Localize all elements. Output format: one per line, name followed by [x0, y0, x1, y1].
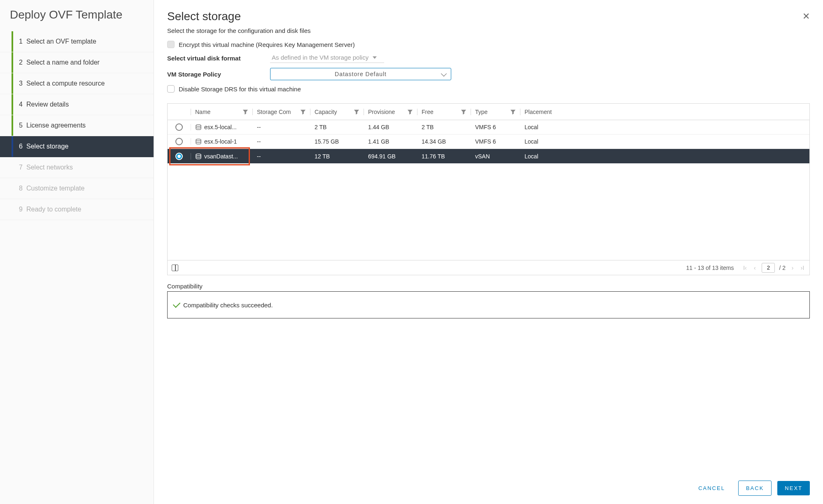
step-label: Review details	[24, 101, 147, 108]
compatibility-text: Compatibility checks succeeded.	[183, 302, 273, 309]
col-placement[interactable]: Placement	[520, 109, 809, 115]
datastore-table: Name Storage Com Capacity Provisione Fre…	[167, 103, 810, 275]
cell-free: 11.76 TB	[417, 153, 471, 160]
cell-capacity: 2 TB	[310, 124, 364, 130]
cell-type: VMFS 6	[471, 138, 520, 145]
step-license-agreements[interactable]: 5 License agreements	[0, 115, 154, 136]
col-name[interactable]: Name	[191, 109, 252, 115]
step-select-ovf-template[interactable]: 1 Select an OVF template	[0, 31, 154, 52]
table-row[interactable]: esx.5-local... -- 2 TB 1.44 GB 2 TB VMFS…	[168, 120, 809, 135]
datastore-icon	[195, 139, 202, 144]
col-type[interactable]: Type	[471, 109, 520, 115]
pagination-range: 11 - 13 of 13 items	[686, 265, 734, 271]
step-customize-template: 8 Customize template	[0, 178, 154, 199]
step-number: 7	[12, 164, 24, 171]
step-label: Select an OVF template	[24, 38, 147, 45]
wizard-title: Deploy OVF Template	[0, 0, 154, 31]
step-review-details[interactable]: 4 Review details	[0, 94, 154, 115]
storage-policy-select[interactable]: Datastore Default	[270, 68, 451, 80]
filter-icon[interactable]	[354, 109, 359, 115]
svg-point-0	[196, 125, 201, 126]
cell-storage-compat: --	[252, 124, 310, 130]
row-radio[interactable]	[175, 123, 183, 131]
cell-free: 2 TB	[417, 124, 471, 130]
cell-storage-compat: --	[252, 138, 310, 145]
step-number: 6	[12, 143, 24, 150]
next-button[interactable]: NEXT	[777, 481, 810, 495]
disable-drs-row[interactable]: Disable Storage DRS for this virtual mac…	[167, 85, 810, 93]
cell-type: vSAN	[471, 153, 520, 160]
wizard-main: Select storage ✕ Select the storage for …	[154, 0, 823, 504]
page-next-button[interactable]: ›	[790, 265, 795, 271]
table-empty-area	[168, 163, 809, 260]
step-number: 1	[12, 38, 24, 45]
filter-icon[interactable]	[242, 109, 248, 115]
encrypt-row: Encrypt this virtual machine (Requires K…	[167, 41, 810, 48]
compatibility-box: Compatibility checks succeeded.	[167, 291, 810, 318]
page-title: Select storage	[167, 10, 241, 23]
wizard-steps: 1 Select an OVF template 2 Select a name…	[0, 31, 154, 220]
step-select-name-folder[interactable]: 2 Select a name and folder	[0, 52, 154, 73]
storage-policy-row: VM Storage Policy Datastore Default	[167, 68, 810, 80]
cancel-button[interactable]: CANCEL	[691, 481, 732, 495]
col-provisioned[interactable]: Provisione	[364, 109, 417, 115]
step-number: 9	[12, 206, 24, 213]
compatibility-label: Compatibility	[167, 283, 810, 290]
filter-icon[interactable]	[300, 109, 306, 115]
row-radio[interactable]	[175, 153, 183, 160]
step-select-networks: 7 Select networks	[0, 157, 154, 178]
step-number: 4	[12, 101, 24, 108]
page-input[interactable]	[762, 263, 775, 273]
disable-drs-checkbox[interactable]	[167, 85, 175, 93]
table-row[interactable]: vsanDatast... -- 12 TB 694.91 GB 11.76 T…	[168, 149, 809, 163]
back-button[interactable]: BACK	[738, 481, 772, 496]
filter-icon[interactable]	[461, 109, 466, 115]
col-free[interactable]: Free	[417, 109, 471, 115]
close-icon[interactable]: ✕	[802, 12, 810, 21]
cell-name: esx.5-local...	[204, 124, 237, 130]
disk-format-select: As defined in the VM storage policy	[270, 53, 384, 63]
table-footer: 11 - 13 of 13 items I‹ ‹ / 2 › ›I	[168, 260, 809, 275]
column-picker-icon[interactable]	[172, 265, 178, 271]
step-number: 8	[12, 185, 24, 192]
cell-placement: Local	[520, 124, 809, 130]
encrypt-label: Encrypt this virtual machine (Requires K…	[179, 41, 355, 48]
svg-point-2	[196, 153, 201, 155]
cell-provisioned: 1.44 GB	[364, 124, 417, 130]
chevron-down-icon	[441, 71, 447, 77]
step-label: Select networks	[24, 164, 147, 171]
cell-free: 14.34 GB	[417, 138, 471, 145]
svg-point-1	[196, 139, 201, 141]
row-radio[interactable]	[175, 138, 183, 145]
step-number: 3	[12, 80, 24, 87]
col-capacity[interactable]: Capacity	[310, 109, 364, 115]
cell-type: VMFS 6	[471, 124, 520, 130]
disable-drs-label: Disable Storage DRS for this virtual mac…	[179, 86, 301, 93]
page-last-button[interactable]: ›I	[800, 265, 805, 271]
step-label: License agreements	[24, 122, 147, 129]
cell-provisioned: 1.41 GB	[364, 138, 417, 145]
page-first-button[interactable]: I‹	[742, 265, 748, 271]
disk-format-row: Select virtual disk format As defined in…	[167, 53, 810, 63]
cell-placement: Local	[520, 138, 809, 145]
cell-name: vsanDatast...	[204, 153, 238, 160]
disk-format-label: Select virtual disk format	[167, 55, 270, 62]
cell-provisioned: 694.91 GB	[364, 153, 417, 160]
filter-icon[interactable]	[407, 109, 413, 115]
page-subtitle: Select the storage for the configuration…	[167, 27, 810, 34]
filter-icon[interactable]	[510, 109, 516, 115]
step-select-storage[interactable]: 6 Select storage	[0, 136, 154, 157]
step-label: Select a name and folder	[24, 59, 147, 66]
cell-storage-compat: --	[252, 153, 310, 160]
step-select-compute-resource[interactable]: 3 Select a compute resource	[0, 73, 154, 94]
step-label: Customize template	[24, 185, 147, 192]
cell-capacity: 12 TB	[310, 153, 364, 160]
datastore-icon	[195, 124, 202, 130]
page-prev-button[interactable]: ‹	[752, 265, 758, 271]
table-row[interactable]: esx.5-local-1 -- 15.75 GB 1.41 GB 14.34 …	[168, 135, 809, 149]
wizard-footer: CANCEL BACK NEXT	[167, 471, 810, 496]
storage-policy-value: Datastore Default	[335, 71, 387, 77]
storage-policy-label: VM Storage Policy	[167, 71, 270, 78]
col-storage-compat[interactable]: Storage Com	[252, 109, 310, 115]
cell-name: esx.5-local-1	[204, 138, 237, 145]
